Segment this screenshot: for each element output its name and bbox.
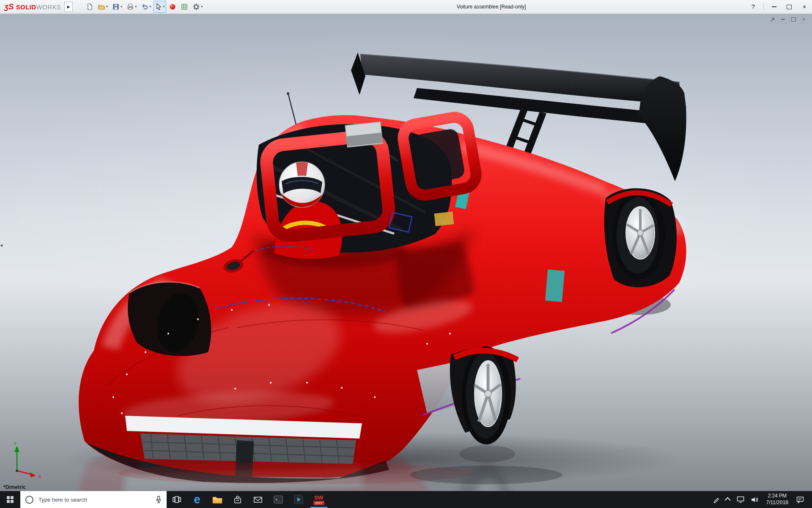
media-app-button[interactable] — [288, 491, 309, 508]
solidworks-logo: ʒS SOLID WORKS — [0, 2, 63, 11]
minimize-icon — [772, 6, 776, 7]
microphone-icon[interactable] — [156, 496, 162, 503]
y-axis-arrow — [14, 446, 19, 452]
print-icon — [126, 3, 134, 11]
select-dropdown-caret[interactable]: ▾ — [163, 5, 165, 8]
close-button[interactable]: × — [797, 0, 812, 14]
solidworks-app-button[interactable]: SW 2017 — [309, 491, 329, 508]
options-gear-icon — [192, 3, 200, 11]
action-center-icon — [796, 496, 804, 503]
file-explorer-button[interactable] — [207, 491, 228, 508]
windows-logo-icon — [7, 496, 14, 503]
doc-minimize-icon[interactable] — [781, 19, 785, 20]
svg-text:2017: 2017 — [315, 501, 323, 505]
maximize-button[interactable] — [782, 0, 797, 14]
yellow-panel — [434, 212, 454, 226]
volume-button[interactable] — [749, 491, 760, 508]
mail-button[interactable] — [248, 491, 268, 508]
doc-restore-icon[interactable] — [791, 17, 796, 22]
restore-icon — [787, 5, 792, 9]
taskbar-search[interactable] — [20, 491, 167, 508]
appearances-sphere-icon — [169, 3, 176, 11]
doc-close-icon[interactable]: × — [802, 17, 805, 22]
x-axis-arrow — [30, 472, 36, 478]
save-button[interactable]: ▾ — [110, 1, 124, 13]
controls-divider — [763, 3, 764, 11]
options-dropdown-caret[interactable]: ▾ — [201, 5, 203, 8]
open-button[interactable]: ▾ — [96, 1, 110, 13]
options-button[interactable]: ▾ — [191, 1, 204, 13]
store-button[interactable] — [228, 491, 248, 508]
edge-icon: e — [194, 494, 200, 505]
help-button[interactable]: ? — [746, 0, 761, 14]
task-view-icon — [172, 495, 181, 504]
design-table-icon — [181, 3, 188, 11]
system-tray: 2:24 PM 7/11/2018 — [711, 491, 812, 508]
cortana-icon — [25, 496, 33, 504]
solidworks-app-icon: SW 2017 — [313, 494, 325, 505]
pen-icon — [713, 496, 720, 503]
rear-right-wheel[interactable] — [604, 188, 677, 287]
task-view-button[interactable] — [167, 491, 187, 508]
panel-flyout-arrow[interactable]: ◂ — [0, 243, 3, 248]
save-dropdown-caret[interactable]: ▾ — [121, 5, 122, 8]
viewport-scene[interactable] — [0, 14, 812, 491]
network-button[interactable] — [735, 491, 746, 508]
new-document-button[interactable] — [84, 1, 95, 13]
command-prompt-button[interactable]: >_ — [268, 491, 288, 508]
menu-expand-button[interactable]: ▶ — [64, 2, 73, 12]
document-title: Voiture assemblee [Read-only] — [457, 0, 526, 14]
undo-arrow-icon — [141, 3, 148, 11]
open-folder-icon — [98, 3, 105, 11]
3d-viewport[interactable]: × ◂ X Y *Dimetric — [0, 14, 812, 491]
search-input[interactable] — [38, 496, 151, 503]
svg-text:>_: >_ — [275, 497, 280, 502]
y-axis-label: Y — [14, 441, 17, 446]
open-dropdown-caret[interactable]: ▾ — [106, 5, 108, 8]
quick-access-toolbar: ▾ ▾ ▾ ▾ — [84, 0, 205, 14]
windows-taskbar: e >_ — [0, 491, 812, 508]
print-button[interactable]: ▾ — [125, 1, 138, 13]
media-app-icon — [294, 494, 304, 505]
edge-button[interactable]: e — [187, 491, 207, 508]
document-window-controls: × — [770, 17, 805, 22]
undo-dropdown-caret[interactable]: ▾ — [149, 5, 151, 8]
command-prompt-icon: >_ — [273, 494, 283, 505]
start-button[interactable] — [0, 491, 20, 508]
select-cursor-icon — [155, 3, 162, 11]
logo-text-solid: SOLID — [16, 3, 36, 11]
logo-text-works: WORKS — [36, 3, 61, 11]
save-floppy-icon — [112, 3, 120, 11]
select-tool-button[interactable]: ▾ — [154, 1, 166, 13]
new-document-icon — [86, 3, 93, 11]
design-table-button[interactable] — [179, 1, 190, 13]
x-axis-label: X — [38, 474, 41, 479]
appearances-button[interactable] — [167, 1, 178, 13]
fullscreen-icon[interactable] — [770, 17, 775, 22]
store-icon — [233, 495, 242, 504]
action-center-button[interactable] — [795, 491, 806, 508]
network-icon — [737, 496, 744, 503]
svg-text:SW: SW — [314, 494, 324, 501]
ds-logo-mark: ʒS — [4, 2, 14, 11]
undo-button[interactable]: ▾ — [139, 1, 153, 13]
window-controls: ? × — [746, 0, 812, 14]
titlebar: ʒS SOLID WORKS ▶ ▾ ▾ — [0, 0, 812, 14]
orientation-triad: X Y — [4, 441, 45, 480]
minimize-button[interactable] — [766, 0, 782, 14]
volume-icon — [751, 497, 758, 503]
view-orientation-label: *Dimetric — [3, 484, 26, 490]
clock-time: 2:24 PM — [766, 493, 789, 500]
hidden-icons-button[interactable] — [724, 491, 732, 508]
clock-date: 7/11/2018 — [766, 500, 789, 506]
taskbar-clock[interactable]: 2:24 PM 7/11/2018 — [763, 493, 792, 506]
chevron-up-icon — [724, 497, 730, 503]
print-dropdown-caret[interactable]: ▾ — [135, 5, 137, 8]
mail-icon — [253, 496, 263, 503]
file-explorer-icon — [212, 495, 223, 504]
pen-tray-button[interactable] — [711, 491, 721, 508]
teal-side-window[interactable] — [545, 269, 565, 302]
